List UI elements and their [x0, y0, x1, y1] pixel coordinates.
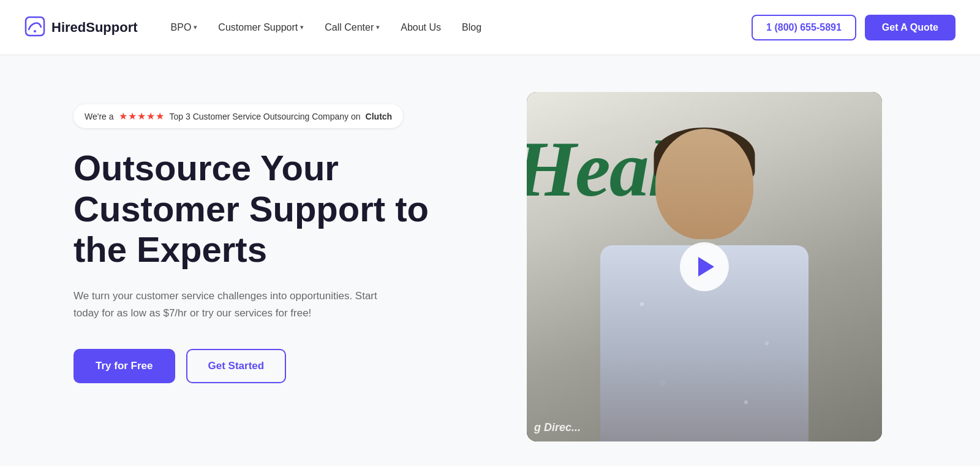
badge-clutch: Clutch	[366, 112, 393, 121]
try-free-button[interactable]: Try for Free	[74, 349, 175, 383]
badge-pre-text: We're a	[85, 112, 114, 121]
nav-item-about-us[interactable]: About Us	[392, 17, 450, 38]
hero-description: We turn your customer service challenges…	[74, 288, 392, 322]
hero-left: We're a ★★★★★ Top 3 Customer Service Out…	[74, 86, 490, 383]
badge-post-text: Top 3 Customer Service Outsourcing Compa…	[170, 112, 361, 121]
navbar-left: HiredSupport BPO ▾ Customer Support ▾ Ca…	[24, 16, 490, 39]
navbar-right: 1 (800) 655-5891 Get A Quote	[752, 15, 956, 40]
hero-title: Outsource Your Customer Support to the E…	[74, 148, 490, 270]
video-caption: g Direc...	[534, 421, 581, 434]
customer-support-chevron-icon: ▾	[300, 23, 304, 31]
bpo-chevron-icon: ▾	[194, 23, 197, 31]
nav-item-blog[interactable]: Blog	[453, 17, 490, 38]
nav-links: BPO ▾ Customer Support ▾ Call Center ▾ A…	[162, 17, 491, 38]
person-head	[655, 129, 753, 239]
video-container: Health g Direc...	[527, 92, 882, 441]
get-quote-button[interactable]: Get A Quote	[865, 15, 956, 40]
get-started-button[interactable]: Get Started	[186, 349, 287, 383]
nav-item-call-center[interactable]: Call Center ▾	[316, 17, 388, 38]
logo-icon	[24, 16, 45, 39]
call-center-chevron-icon: ▾	[376, 23, 380, 31]
clutch-badge: We're a ★★★★★ Top 3 Customer Service Out…	[74, 104, 403, 128]
nav-item-bpo[interactable]: BPO ▾	[162, 17, 206, 38]
play-icon	[698, 257, 714, 277]
navbar: HiredSupport BPO ▾ Customer Support ▾ Ca…	[0, 0, 980, 55]
nav-item-customer-support[interactable]: Customer Support ▾	[209, 17, 312, 38]
hero-video[interactable]: Health g Direc...	[527, 92, 882, 441]
phone-button[interactable]: 1 (800) 655-5891	[752, 15, 856, 40]
svg-point-1	[34, 30, 36, 32]
star-rating: ★★★★★	[119, 110, 165, 122]
hero-buttons: Try for Free Get Started	[74, 349, 490, 383]
hero-section: We're a ★★★★★ Top 3 Customer Service Out…	[0, 55, 980, 466]
logo[interactable]: HiredSupport	[24, 16, 138, 39]
logo-text: HiredSupport	[51, 20, 138, 36]
play-button[interactable]	[680, 242, 729, 291]
